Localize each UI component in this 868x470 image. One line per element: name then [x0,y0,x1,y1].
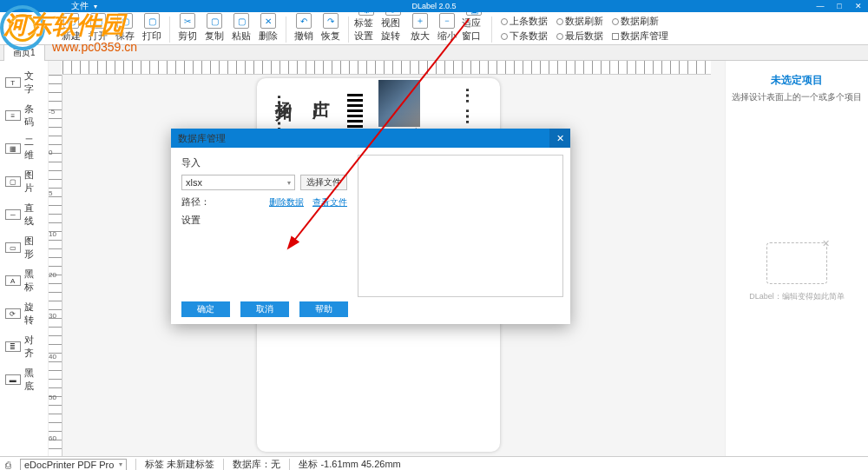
statusbar: ⎙ eDocPrinter PDF Pro 标签 未新建标签 数据库：无 坐标 … [0,456,868,470]
zoomout-icon: － [439,13,455,29]
new-icon: ▢ [63,13,79,29]
copy-button[interactable]: ▢复制 [202,13,227,43]
titlebar: DLabel 2.0.5 — □ ✕ [0,0,868,12]
open-icon: ▢ [90,13,106,29]
copy-icon: ▢ [207,13,222,29]
undo-icon: ↶ [296,13,312,29]
type-select[interactable]: xlsx [181,175,295,190]
rotate2-icon: ⟳ [5,308,21,319]
ok-button[interactable]: 确定 [181,301,230,317]
prev-data[interactable]: 上条数据 [501,15,548,28]
align-icon: ≣ [5,341,21,352]
save-icon: ▢ [117,13,133,29]
status-tag: 标签 未新建标签 [145,458,214,470]
tool-rect[interactable]: ▭图形 [0,231,48,264]
image-icon: ▢ [5,176,21,187]
fit-button[interactable]: ▣适应窗口 [462,13,486,43]
panel-title: 未选定项目 [771,73,823,88]
path-label: 路径： [181,195,210,209]
next-data[interactable]: 下条数据 [501,30,548,43]
printer-select[interactable]: eDocPrinter PDF Pro [20,459,127,471]
rect-icon: ▭ [5,242,21,253]
cancel-button[interactable]: 取消 [240,301,289,317]
dialog-titlebar[interactable]: 数据库管理 ✕ [171,129,570,148]
open-button[interactable]: ▢打开 [86,13,110,43]
status-coord: 坐标 -1.61mm 45.26mm [299,458,400,470]
tool-rotate[interactable]: ⟳旋转 [0,297,48,330]
window-minimize[interactable]: — [811,0,830,12]
data-refresh[interactable]: 数据刷新 [556,15,603,28]
tool-line[interactable]: ─直线 [0,198,48,231]
zoomin-icon: ＋ [412,13,428,29]
redo-icon: ↷ [323,13,339,29]
dialog-title: 数据库管理 [178,132,226,145]
side-toolbox: T文字 ≡条码 ▦二维 ▢图片 ─直线 ▭图形 A黑标 ⟳旋转 ≣对齐 ▬黑底 [0,61,49,456]
delete-icon: ✕ [260,13,276,29]
label-image[interactable] [378,80,420,127]
db-manager-dialog: 数据库管理 ✕ 导入 xlsx 选择文件 路径： 删除数据 查看文件 设置 确定… [171,129,570,324]
redo-button[interactable]: ↷恢复 [319,13,343,43]
property-panel: 未选定项目 选择设计表面上的一个或多个项目 DLabel：编辑变得如此简单 [725,61,868,456]
help-button[interactable]: 帮助 [299,301,348,317]
undo-button[interactable]: ↶撤销 [292,13,316,43]
dialog-close-button[interactable]: ✕ [549,129,570,148]
separator [286,17,286,43]
cut-button[interactable]: ✂剪切 [175,13,200,43]
rotate-button[interactable]: ⟳视图旋转 [381,13,405,43]
tool-black[interactable]: A黑标 [0,264,48,297]
separator [491,17,492,43]
qrcode-icon: ▦ [5,143,21,154]
db-manager[interactable]: 数据库管理 [612,30,668,43]
tab-page1[interactable]: 画页1 [3,44,45,61]
data-refresh2[interactable]: 数据刷新 [612,15,659,28]
separator [348,17,349,43]
toolbar: ▢新建 ▢打开 ▢保存 ▢打印 ✂剪切 ▢复制 ▢粘贴 ✕删除 ↶撤销 ↷恢复 … [0,12,868,45]
import-label: 导入 [181,156,347,169]
tool-text[interactable]: T文字 [0,66,48,99]
setting-label: 设置 [181,214,201,227]
save-button[interactable]: ▢保存 [113,13,137,43]
delete-data-link[interactable]: 删除数据 [269,196,304,209]
cut-icon: ✂ [180,13,195,29]
tool-barcode[interactable]: ≡条码 [0,99,48,132]
panel-subtitle: 选择设计表面上的一个或多个项目 [732,91,862,103]
panel-caption: DLabel：编辑变得如此简单 [749,291,845,302]
tabstrip: 画页1 [0,45,868,61]
text-icon: T [5,77,21,88]
status-db: 数据库：无 [233,458,280,470]
tool-fill[interactable]: ▬黑底 [0,363,48,396]
window-maximize[interactable]: □ [830,0,849,12]
zoomout-button[interactable]: －缩小 [435,13,459,43]
black-icon: A [5,275,21,286]
tool-align[interactable]: ≣对齐 [0,330,48,363]
paste-button[interactable]: ▢粘贴 [229,13,253,43]
dialog-preview [358,155,563,297]
barcode-icon: ≡ [5,110,21,121]
last-data[interactable]: 最后数据 [556,30,603,43]
choose-file-button[interactable]: 选择文件 [300,175,347,190]
separator [169,17,170,43]
label-text[interactable]: 产品 [347,87,363,94]
view-file-link[interactable]: 查看文件 [312,196,347,209]
delete-button[interactable]: ✕删除 [256,13,280,43]
line-icon: ─ [5,209,21,220]
ruler-horizontal [62,61,711,75]
zoomin-button[interactable]: ＋放大 [408,13,432,43]
printer-icon: ⎙ [5,460,11,470]
labelset-button[interactable]: ⚙标签设置 [354,13,378,43]
paste-icon: ▢ [233,13,249,29]
tool-image[interactable]: ▢图片 [0,165,48,198]
file-menu[interactable]: 文件 [59,0,109,12]
panel-illustration [766,242,827,284]
new-button[interactable]: ▢新建 [59,13,83,43]
tool-qrcode[interactable]: ▦二维 [0,132,48,165]
print-button[interactable]: ▢打印 [140,13,164,43]
app-title: DLabel 2.0.5 [411,2,456,10]
ruler-vertical: -505102030405060 [49,75,62,456]
window-close[interactable]: ✕ [849,0,868,12]
fill-icon: ▬ [5,374,21,385]
print-icon: ▢ [144,13,160,29]
